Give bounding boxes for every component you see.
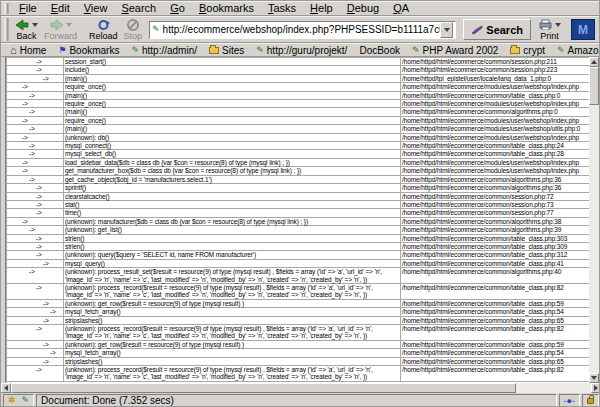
scroll-up-button[interactable]: [589, 57, 599, 67]
url-dropdown-button[interactable]: [440, 22, 453, 38]
back-button[interactable]: Back: [12, 17, 41, 42]
menu-items: FileEditViewSearchGoBookmarksTasksHelpDe…: [12, 2, 416, 15]
menu-tasks[interactable]: Tasks: [261, 2, 303, 15]
bookmark-item[interactable]: ⚑Bookmarks: [52, 44, 125, 56]
trace-row: ->(unknown): manufacturer($db = class db…: [7, 217, 590, 225]
trace-function: (unknown): get_row($result = resource(9)…: [64, 299, 401, 307]
trace-function: mysql_query(): [64, 259, 401, 267]
trace-file-path: /home/httpd/html/ecommerce/common/table_…: [401, 259, 590, 267]
horizontal-scroll-thumb[interactable]: [11, 383, 516, 393]
bookmark-item[interactable]: ✎Amazon.co.uk: Wish ...: [551, 44, 600, 56]
trace-file-path: /home/httpd/html/ecommerce/modules/user/…: [401, 167, 590, 175]
vertical-scroll-thumb[interactable]: [589, 67, 599, 105]
personal-toolbar-items: ⌂Home⚑Bookmarks✎http://admin/Sites✎http:…: [4, 44, 600, 56]
forward-button[interactable]: Forward: [41, 17, 80, 42]
url-input[interactable]: http://ecommerce/webshop/index.php?PHPSE…: [163, 24, 441, 35]
search-button[interactable]: Search: [463, 19, 531, 40]
bookmark-item[interactable]: ⌂Home: [4, 44, 52, 56]
back-dropdown-icon[interactable]: [32, 23, 38, 27]
bookmark-label: Amazon.co.uk: Wish ...: [568, 45, 600, 56]
horizontal-scrollbar[interactable]: [1, 383, 600, 393]
trace-depth-arrow: ->: [7, 66, 64, 74]
theme-flower-icon[interactable]: ✽: [8, 396, 16, 405]
bookmark-label: http://guru/projekt/: [267, 45, 348, 56]
forward-dropdown-icon[interactable]: [66, 23, 72, 27]
bookmark-item[interactable]: ✎PHP Award 2002: [406, 44, 504, 56]
trace-depth-arrow: ->: [7, 366, 64, 382]
trace-function: clearstatcache(): [64, 192, 401, 200]
menu-bookmarks[interactable]: Bookmarks: [192, 2, 261, 15]
trace-row: ->session_start()/home/httpd/html/ecomme…: [7, 58, 590, 66]
trace-function: session_start(): [64, 58, 401, 66]
trace-function: require_once(): [64, 116, 401, 124]
bookmark-label: Bookmarks: [69, 45, 119, 56]
trace-file-path: /home/httpd/html/ecommerce/common/table_…: [401, 340, 590, 348]
print-dropdown-icon[interactable]: [555, 23, 561, 27]
menu-edit[interactable]: Edit: [44, 2, 77, 15]
reload-label: Reload: [89, 31, 118, 41]
search-lamp-icon: [471, 25, 483, 35]
trace-row: ->(main)()/home/httpd/html/ecommerce/mod…: [7, 125, 590, 133]
scroll-down-button[interactable]: [589, 373, 599, 383]
trace-file-path: /home/httpd/html/ecommerce/modules/user/…: [401, 100, 590, 108]
trace-file-path: /home/httpd/html/ecommerce/common/sessio…: [401, 209, 590, 217]
trace-row: ->strlen()/home/httpd/html/ecommerce/com…: [7, 242, 590, 250]
trace-depth-arrow: ->: [7, 74, 64, 82]
security-panel[interactable]: [582, 394, 599, 407]
trace-depth-arrow: ->: [7, 234, 64, 242]
composer-pencil-icon[interactable]: ✎: [22, 396, 30, 405]
bookmark-item[interactable]: Sites: [203, 44, 250, 56]
trace-depth-arrow: ->: [7, 340, 64, 348]
menubar-grippy[interactable]: [2, 3, 10, 14]
bookmark-item[interactable]: crypt: [504, 44, 551, 56]
trace-row: ->(main)()/home/httpd/tpl_epistel/user/l…: [7, 74, 590, 82]
menu-help[interactable]: Help: [303, 2, 340, 15]
back-arrow-icon: [15, 19, 30, 31]
trace-depth-arrow: ->: [7, 268, 64, 284]
browser-window: { "menu_bar": { "items": ["File", "Edit"…: [0, 0, 600, 407]
menu-go[interactable]: Go: [163, 2, 192, 15]
menu-view[interactable]: View: [77, 2, 115, 15]
trace-row: ->get_manufacturer_box($db = class db {v…: [7, 167, 590, 175]
bookmark-item[interactable]: DocBook: [353, 44, 406, 56]
trace-file-path: /home/httpd/html/ecommerce/common/table_…: [401, 366, 590, 382]
menu-bar: FileEditViewSearchGoBookmarksTasksHelpDe…: [1, 1, 599, 16]
stop-icon: [127, 19, 139, 31]
menu-search[interactable]: Search: [114, 2, 163, 15]
trace-depth-arrow: ->: [7, 209, 64, 217]
menu-debug[interactable]: Debug: [340, 2, 386, 15]
trace-file-path: /home/httpd/html/ecommerce/common/algori…: [401, 226, 590, 234]
page-proxy-icon[interactable]: ✎: [152, 25, 160, 34]
vertical-scrollbar[interactable]: [589, 57, 599, 383]
trace-file-path: /home/httpd/html/ecommerce/common/algori…: [401, 217, 590, 225]
bookmark-item[interactable]: ✎http://guru/projekt/: [250, 44, 353, 56]
menu-qa[interactable]: QA: [386, 2, 416, 15]
scroll-left-button[interactable]: [1, 383, 11, 393]
bookmark-item[interactable]: ✎http://admin/: [125, 44, 203, 56]
online-status-panel[interactable]: -●-: [559, 394, 580, 407]
menu-file[interactable]: File: [12, 2, 44, 15]
print-button[interactable]: Print: [534, 17, 565, 42]
scroll-right-button[interactable]: [591, 383, 600, 393]
navbar-grippy[interactable]: [2, 18, 10, 41]
trace-function: get_manufacturer_box($db = class db {var…: [64, 167, 401, 175]
trace-function: strlen(): [64, 234, 401, 242]
reload-button[interactable]: Reload: [86, 17, 121, 42]
trace-depth-arrow: ->: [7, 108, 64, 116]
personal-toolbar: ⌂Home⚑Bookmarks✎http://admin/Sites✎http:…: [1, 43, 599, 57]
trace-function: (unknown): process_record($result = reso…: [64, 366, 401, 382]
mozilla-logo[interactable]: M: [571, 19, 595, 40]
trace-row: ->require_once()/home/httpd/html/ecommer…: [7, 83, 590, 91]
search-label: Search: [486, 24, 523, 36]
horizontal-scroll-track[interactable]: [516, 383, 591, 393]
trace-depth-arrow: ->: [7, 226, 64, 234]
trace-file-path: /home/httpd/html/ecommerce/common/table_…: [401, 150, 590, 158]
trace-file-path: /home/httpd/html/ecommerce/common/sessio…: [401, 192, 590, 200]
url-bar[interactable]: ✎ http://ecommerce/webshop/index.php?PHP…: [149, 21, 456, 39]
trace-row: ->load_sidebar_data($db = class db {var …: [7, 158, 590, 166]
vertical-scroll-track[interactable]: [589, 105, 599, 373]
online-plug-icon: -●-: [564, 396, 575, 406]
trace-file-path: /home/httpd/html/ecommerce/modules/user/…: [401, 133, 590, 141]
forward-label: Forward: [44, 31, 77, 41]
stop-button[interactable]: Stop: [121, 17, 146, 42]
